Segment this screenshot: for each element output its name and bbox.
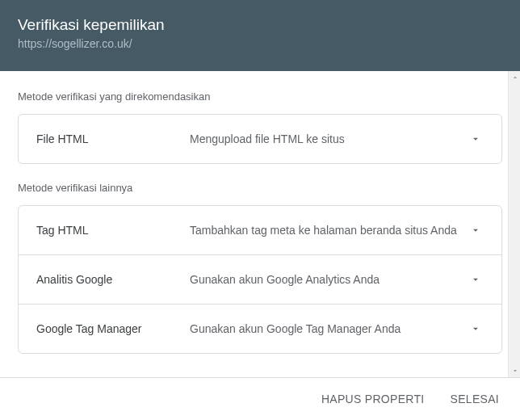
method-name: Tag HTML (36, 224, 190, 237)
property-url: https://sogellizer.co.uk/ (18, 37, 502, 50)
method-desc: Gunakan akun Google Analytics Anda (190, 273, 468, 286)
content: Metode verifikasi yang direkomendasikan … (0, 71, 520, 377)
remove-property-button[interactable]: HAPUS PROPERTI (318, 386, 428, 412)
chevron-down-icon (468, 131, 484, 147)
method-name: Analitis Google (36, 273, 190, 286)
scroll-area: Metode verifikasi yang direkomendasikan … (0, 71, 520, 377)
chevron-down-icon (468, 222, 484, 238)
other-section-label: Metode verifikasi lainnya (18, 182, 502, 194)
method-row-html-tag[interactable]: Tag HTML Tambahkan tag meta ke halaman b… (19, 206, 501, 254)
dialog-header: Verifikasi kepemilikan https://sogellize… (0, 0, 520, 71)
scroll-up-icon[interactable] (509, 71, 520, 84)
method-desc: Tambahkan tag meta ke halaman beranda si… (190, 224, 468, 237)
method-row-html-file[interactable]: File HTML Mengupload file HTML ke situs (19, 115, 501, 163)
scrollbar[interactable] (508, 71, 520, 377)
method-name: Google Tag Manager (36, 322, 190, 335)
recommended-methods-card: File HTML Mengupload file HTML ke situs (18, 114, 502, 164)
chevron-down-icon (468, 271, 484, 288)
method-row-google-analytics[interactable]: Analitis Google Gunakan akun Google Anal… (19, 254, 501, 304)
chevron-down-icon (468, 321, 484, 337)
method-desc: Gunakan akun Google Tag Manager Anda (190, 322, 468, 335)
recommended-section-label: Metode verifikasi yang direkomendasikan (18, 90, 502, 103)
other-methods-card: Tag HTML Tambahkan tag meta ke halaman b… (18, 205, 502, 354)
method-name: File HTML (36, 132, 190, 145)
method-row-google-tag-manager[interactable]: Google Tag Manager Gunakan akun Google T… (19, 304, 501, 353)
scroll-down-icon[interactable] (509, 364, 520, 377)
done-button[interactable]: SELESAI (447, 386, 502, 412)
method-desc: Mengupload file HTML ke situs (190, 132, 468, 145)
dialog-footer: HAPUS PROPERTI SELESAI (0, 377, 520, 420)
page-title: Verifikasi kepemilikan (18, 16, 502, 34)
